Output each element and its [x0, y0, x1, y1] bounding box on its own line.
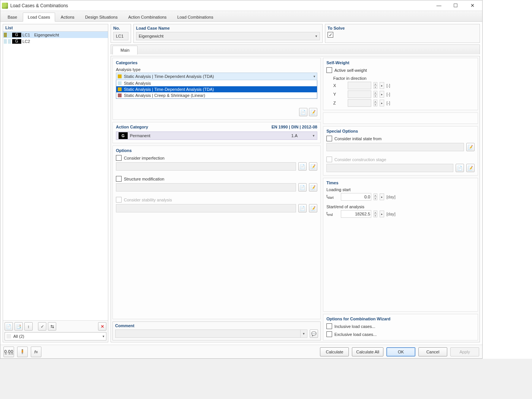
- comment-input[interactable]: ▾: [115, 329, 307, 338]
- new-icon[interactable]: 📄: [5, 322, 13, 331]
- analysis-type-dropdown[interactable]: Static Analysis | Time-Dependent Analysi…: [116, 73, 317, 99]
- factor-x-input[interactable]: [348, 82, 371, 89]
- analysis-type-selected: Static Analysis | Time-Dependent Analysi…: [124, 74, 214, 79]
- load-case-list[interactable]: G LC1 Eigengewicht G LC2: [3, 32, 108, 320]
- categories-section: Categories Analysis type Static Analysis…: [112, 58, 321, 120]
- action-category-label: Permanent: [130, 133, 150, 138]
- swatch-icon: [4, 39, 7, 44]
- play-icon[interactable]: ▸: [380, 91, 384, 98]
- swatch-icon: [118, 87, 122, 91]
- factor-y-input[interactable]: [348, 90, 371, 98]
- structure-mod-checkbox[interactable]: [116, 176, 122, 182]
- toggle-icon[interactable]: ⇆: [48, 322, 56, 331]
- main-tabs: Base Load Cases Actions Design Situation…: [0, 11, 482, 22]
- factor-z-input[interactable]: [348, 99, 371, 107]
- edit-setting-icon[interactable]: 📝: [309, 108, 317, 116]
- function-icon[interactable]: f≡: [31, 347, 41, 357]
- swatch-icon: [118, 81, 122, 85]
- minimize-button[interactable]: —: [431, 1, 447, 11]
- maximize-button[interactable]: ☐: [447, 1, 464, 11]
- dropdown-option[interactable]: Static Analysis | Time-Dependent Analysi…: [116, 86, 317, 92]
- times-title: Times: [326, 180, 475, 185]
- structure-mod-input[interactable]: [116, 183, 296, 192]
- sort-icon[interactable]: ↕: [24, 322, 33, 331]
- dropdown-option[interactable]: Static Analysis | Creep & Shrinkage (Lin…: [116, 92, 317, 98]
- new-icon[interactable]: 📄: [298, 162, 307, 171]
- tab-actions[interactable]: Actions: [56, 13, 79, 22]
- tab-load-cases[interactable]: Load Cases: [23, 13, 55, 22]
- name-input[interactable]: Eigengewicht▾: [136, 32, 320, 40]
- filter-select[interactable]: All (2) ▾: [5, 332, 106, 340]
- tstart-input[interactable]: 0.0: [341, 193, 371, 201]
- new-icon[interactable]: 📄: [298, 183, 307, 192]
- edit-icon[interactable]: 📝: [309, 183, 317, 192]
- imperfection-input[interactable]: [116, 162, 296, 171]
- tab-main[interactable]: Main: [112, 46, 138, 55]
- new-icon[interactable]: 📄: [456, 164, 464, 172]
- no-field: No. LC1: [111, 24, 131, 43]
- play-icon[interactable]: ▸: [380, 100, 384, 106]
- close-button[interactable]: ✕: [464, 1, 481, 11]
- tab-base[interactable]: Base: [3, 13, 22, 22]
- initial-state-checkbox[interactable]: [326, 136, 332, 141]
- calculate-all-button[interactable]: Calculate All: [352, 347, 383, 356]
- list-item[interactable]: G LC2: [3, 38, 108, 44]
- help-tree-icon[interactable]: 🧍: [17, 347, 28, 357]
- start-end-label: Start/end of analysis: [326, 204, 475, 209]
- ok-button[interactable]: OK: [386, 347, 415, 356]
- no-input[interactable]: LC1: [113, 32, 128, 40]
- tab-design-situations[interactable]: Design Situations: [80, 13, 123, 22]
- tab-action-combinations[interactable]: Action Combinations: [123, 13, 171, 22]
- list-item[interactable]: G LC1 Eigengewicht: [3, 32, 108, 38]
- play-icon[interactable]: ▸: [380, 211, 384, 217]
- tab-load-combinations[interactable]: Load Combinations: [172, 13, 218, 22]
- special-options-section: Special Options Consider initial state f…: [323, 126, 478, 176]
- inclusive-label: Inclusive load cases...: [334, 324, 375, 329]
- spinner-icon[interactable]: ▴▾: [374, 193, 377, 200]
- construction-stage-label: Consider construction stage: [334, 157, 386, 162]
- swatch-icon: [118, 74, 122, 78]
- app-icon: [2, 3, 8, 9]
- filter-swatch-icon: [6, 334, 11, 339]
- cancel-button[interactable]: Cancel: [418, 347, 447, 356]
- spinner-icon[interactable]: ▴▾: [374, 100, 377, 106]
- imperfection-checkbox[interactable]: [116, 155, 122, 161]
- comment-attach-icon[interactable]: 💬: [310, 329, 318, 338]
- new-setting-icon[interactable]: 📄: [299, 108, 307, 116]
- self-weight-title: Self-Weight: [326, 60, 475, 65]
- edit-icon[interactable]: 📝: [309, 162, 317, 171]
- calculate-button[interactable]: Calculate: [320, 347, 349, 356]
- content-area: List G LC1 Eigengewicht G LC2: [0, 22, 482, 345]
- solve-checkbox[interactable]: ✓: [328, 32, 333, 38]
- inner-tabs: Main: [111, 44, 480, 54]
- self-weight-section: Self-Weight Active self-weight Factor in…: [323, 58, 478, 110]
- units-icon[interactable]: 0̲.0̲0̲: [3, 347, 14, 357]
- category-badge: G: [12, 39, 21, 44]
- stability-checkbox: [116, 197, 122, 203]
- delete-icon[interactable]: ✕: [98, 322, 106, 331]
- copy-icon[interactable]: 📑: [14, 322, 23, 331]
- active-self-weight-checkbox[interactable]: [326, 67, 332, 73]
- inclusive-checkbox[interactable]: [326, 323, 332, 329]
- option-label: Consider imperfection: [124, 156, 165, 160]
- initial-state-input[interactable]: [326, 143, 464, 151]
- option-stability: Consider stability analysis: [116, 197, 317, 203]
- dropdown-option[interactable]: Static Analysis: [116, 80, 317, 86]
- action-category-select[interactable]: G Permanent 1.A ▾: [116, 131, 317, 140]
- list-panel: List G LC1 Eigengewicht G LC2: [3, 24, 108, 342]
- spinner-icon[interactable]: ▴▾: [374, 82, 377, 89]
- tend-input[interactable]: 18262.5: [341, 210, 371, 218]
- spinner-icon[interactable]: ▴▾: [374, 91, 377, 98]
- edit-icon[interactable]: 📝: [466, 143, 475, 151]
- play-icon[interactable]: ▸: [380, 193, 384, 200]
- edit-icon[interactable]: 📝: [309, 204, 317, 212]
- spinner-icon[interactable]: ▴▾: [374, 211, 377, 217]
- name-label: Load Case Name: [136, 25, 320, 32]
- edit-icon[interactable]: 📝: [466, 164, 475, 172]
- new-icon[interactable]: 📄: [298, 204, 307, 212]
- check-icon[interactable]: ✓: [38, 322, 46, 331]
- titlebar: Load Cases & Combinations — ☐ ✕: [0, 0, 482, 11]
- exclusive-checkbox[interactable]: [326, 331, 332, 337]
- play-icon[interactable]: ▸: [380, 82, 384, 89]
- option-imperfection: Consider imperfection: [116, 155, 317, 161]
